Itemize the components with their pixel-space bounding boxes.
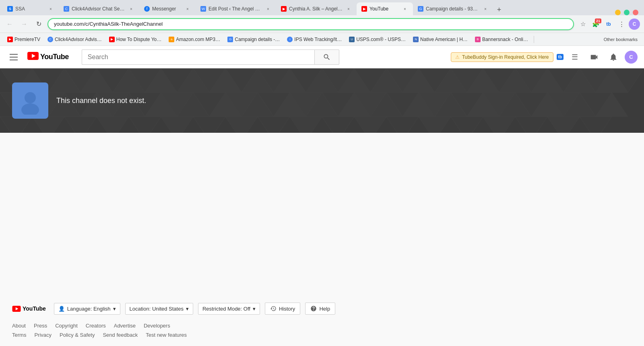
tab-youtube[interactable]: ▶ YouTube × <box>357 2 413 15</box>
bookmark-bannersnack[interactable]: B Bannersnack - Onli… <box>472 36 531 43</box>
tab-edit-post[interactable]: W Edit Post ‹ The Angel Chann… × <box>196 2 276 15</box>
back-button[interactable]: ← <box>4 19 15 30</box>
tab-youtube-favicon: ▶ <box>361 6 367 12</box>
footer-link-about[interactable]: About <box>12 323 26 329</box>
tab-messenger-close[interactable]: × <box>184 6 191 12</box>
bookmark-ips[interactable]: i IPS Web Tracking/It… <box>284 36 345 43</box>
language-label: Language: English <box>67 306 111 312</box>
forward-button[interactable]: → <box>19 19 30 30</box>
channel-banner: This channel does not exist. <box>0 68 644 133</box>
tab-edit-post-close[interactable]: × <box>265 6 271 12</box>
bookmark-dispute[interactable]: ▶ How To Dispute Yo… <box>106 36 165 43</box>
bookmark-native-american[interactable]: N Native American | H… <box>410 36 471 43</box>
reload-button[interactable]: ↻ <box>33 19 44 30</box>
bookmark-star-icon[interactable]: ☆ <box>577 19 588 30</box>
tab-edit-post-title: Edit Post ‹ The Angel Chann… <box>208 6 262 12</box>
tubebuddy-warning-icon: ⚠ <box>455 54 460 60</box>
footer-controls: YouTube 👤 Language: English ▾ Location: … <box>12 303 632 315</box>
minimize-button[interactable] <box>615 10 621 15</box>
tab-ssa[interactable]: S SSA × <box>2 2 59 15</box>
browser-frame: S SSA × C Click4Advisor Chat Service × f… <box>0 0 644 346</box>
maximize-button[interactable] <box>624 10 630 15</box>
tab-messenger-title: Messenger <box>152 6 182 12</box>
extensions-icon[interactable]: 🧩 21 <box>590 19 601 30</box>
tab-youtube-title: YouTube <box>369 6 399 12</box>
language-dropdown[interactable]: 👤 Language: English ▾ <box>54 303 120 315</box>
help-icon <box>310 305 317 312</box>
footer-link-terms[interactable]: Terms <box>12 332 26 338</box>
footer-logo-text: YouTube <box>23 305 46 312</box>
bookmark-click4advisor-label: Click4Advisor Advis… <box>55 37 102 42</box>
new-tab-button[interactable]: + <box>493 4 505 15</box>
bookmark-native-american-favicon: N <box>413 37 419 42</box>
help-button[interactable]: Help <box>305 303 335 315</box>
tab-ssa-close[interactable]: × <box>47 6 54 12</box>
footer-link-test-new-features[interactable]: Test new features <box>146 332 187 338</box>
footer-link-policy-safety[interactable]: Policy & Safety <box>60 332 95 338</box>
browser-profile-icon[interactable]: C <box>629 19 640 30</box>
youtube-main-content <box>0 133 644 295</box>
tab-click4advisor[interactable]: C Click4Advisor Chat Service × <box>59 2 139 15</box>
tab-ssa-title: SSA <box>15 6 45 12</box>
bookmark-ips-label: IPS Web Tracking/It… <box>294 37 342 42</box>
tab-cynthia[interactable]: ▶ Cynthia A. Silk – Angel Chan… × <box>276 2 357 15</box>
search-input[interactable] <box>82 49 314 65</box>
channel-not-exist-message: This channel does not exist. <box>56 97 146 105</box>
footer-links-secondary: Terms Privacy Policy & Safety Send feedb… <box>12 332 632 338</box>
footer-link-send-feedback[interactable]: Send feedback <box>103 332 138 338</box>
tab-cynthia-close[interactable]: × <box>345 6 352 12</box>
youtube-page: YouTube ⚠ TubeBuddy Sign-in Required, Cl… <box>0 46 644 346</box>
tubebuddy-ext-icon[interactable]: tb <box>603 19 614 30</box>
video-camera-icon[interactable] <box>586 49 602 65</box>
footer-link-creators[interactable]: Creators <box>86 323 106 329</box>
address-input[interactable]: youtube.com/c/CynthiaASilk-TheAngelChann… <box>47 18 574 30</box>
location-dropdown[interactable]: Location: United States ▾ <box>125 303 193 315</box>
hamburger-menu-button[interactable] <box>6 51 21 64</box>
tubebuddy-alert-text: TubeBuddy Sign-in Required, Click Here <box>462 54 549 60</box>
list-view-icon[interactable]: ☰ <box>567 49 583 65</box>
bookmark-amazon[interactable]: a Amazon.com MP3… <box>165 36 223 43</box>
footer-link-developers[interactable]: Developers <box>144 323 170 329</box>
history-button[interactable]: History <box>265 303 300 315</box>
tab-edit-post-favicon: W <box>200 6 206 12</box>
tab-messenger[interactable]: f Messenger × <box>139 2 196 15</box>
restricted-mode-label: Restricted Mode: Off <box>202 306 250 312</box>
address-bar-actions: ☆ 🧩 21 tb ⋮ C <box>577 19 640 30</box>
bell-icon[interactable] <box>605 49 621 65</box>
footer-youtube-logo[interactable]: YouTube <box>12 305 46 312</box>
other-bookmarks-button[interactable]: Other bookmarks <box>601 36 640 43</box>
youtube-logo-icon <box>27 52 39 62</box>
hamburger-line-3 <box>10 60 18 60</box>
restricted-mode-dropdown[interactable]: Restricted Mode: Off ▾ <box>198 303 260 315</box>
bookmark-dispute-label: How To Dispute Yo… <box>116 37 162 42</box>
chrome-menu-icon[interactable]: ⋮ <box>616 19 627 30</box>
hamburger-line-2 <box>10 57 18 58</box>
hamburger-line-1 <box>10 54 18 55</box>
bookmark-click4advisor[interactable]: C Click4Advisor Advis… <box>44 36 105 43</box>
location-chevron-icon: ▾ <box>186 306 189 312</box>
tab-click4advisor-close[interactable]: × <box>128 6 134 12</box>
bookmark-usps-label: USPS.com® - USPS… <box>356 37 406 42</box>
help-label: Help <box>319 306 330 312</box>
tubebuddy-alert[interactable]: ⚠ TubeBuddy Sign-in Required, Click Here <box>451 52 553 62</box>
footer-link-advertise[interactable]: Advertise <box>114 323 136 329</box>
bookmark-campaign[interactable]: G Campaign details -… <box>224 36 283 43</box>
tubebuddy-logo[interactable]: tb <box>557 54 564 60</box>
footer-link-privacy[interactable]: Privacy <box>34 332 52 338</box>
close-button[interactable] <box>633 10 638 15</box>
bookmark-ips-favicon: i <box>287 37 293 42</box>
tab-bar: S SSA × C Click4Advisor Chat Service × f… <box>0 0 644 15</box>
tab-youtube-close[interactable]: × <box>402 6 408 12</box>
footer-link-press[interactable]: Press <box>34 323 47 329</box>
youtube-logo[interactable]: YouTube <box>27 52 69 62</box>
footer-link-copyright[interactable]: Copyright <box>55 323 78 329</box>
bookmark-usps[interactable]: U USPS.com® - USPS… <box>346 36 409 43</box>
tab-campaign-close[interactable]: × <box>482 6 489 12</box>
search-button[interactable] <box>314 49 339 65</box>
user-avatar[interactable]: C <box>625 51 638 64</box>
bookmark-premieretv[interactable]: ▶ PremiereTV <box>4 36 43 43</box>
bookmark-click4advisor-favicon: C <box>47 37 53 42</box>
address-bar-row: ← → ↻ youtube.com/c/CynthiaASilk-TheAnge… <box>0 15 644 33</box>
footer-links-primary: About Press Copyright Creators Advertise… <box>12 323 632 329</box>
tab-campaign[interactable]: G Campaign details - 930-734… × <box>413 2 493 15</box>
